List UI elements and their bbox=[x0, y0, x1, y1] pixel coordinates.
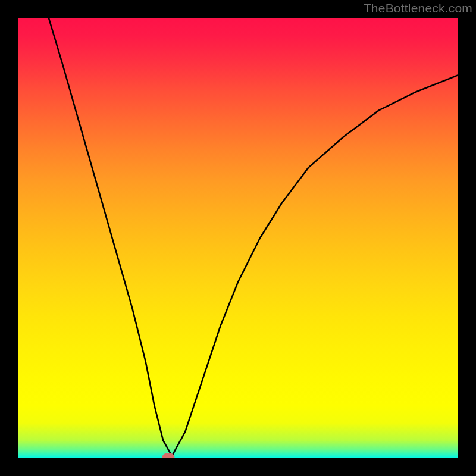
plot-area bbox=[18, 18, 458, 458]
bottleneck-curve-path bbox=[49, 18, 458, 456]
watermark-text: TheBottleneck.com bbox=[364, 1, 472, 15]
chart-frame: TheBottleneck.com bbox=[0, 0, 476, 476]
curve-svg bbox=[18, 18, 458, 458]
